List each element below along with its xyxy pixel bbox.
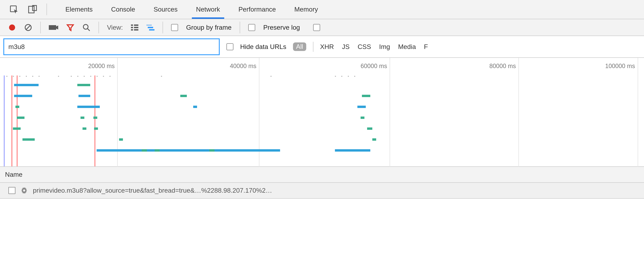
timeline-request-bar[interactable] <box>14 95 32 97</box>
timeline-body[interactable] <box>0 76 644 166</box>
column-header-name[interactable]: Name <box>5 171 22 178</box>
timeline-request-bar[interactable] <box>180 95 187 97</box>
timeline-top-tick <box>341 76 342 77</box>
svg-rect-16 <box>148 27 153 28</box>
timeline-request-bar[interactable] <box>367 128 372 130</box>
timeline-request-bar[interactable] <box>94 116 97 119</box>
hide-data-urls-label: Hide data URLs <box>240 43 286 50</box>
network-timeline[interactable]: 20000 ms40000 ms60000 ms80000 ms100000 m… <box>0 58 644 167</box>
tab-sources[interactable]: Sources <box>144 0 187 19</box>
svg-rect-12 <box>134 27 138 28</box>
filter-type-img[interactable]: Img <box>379 43 390 50</box>
preserve-log-label: Preserve log <box>263 24 300 31</box>
main-tab-strip: Elements Console Sources Network Perform… <box>56 0 327 19</box>
timeline-request-bar[interactable] <box>78 95 90 97</box>
timeline-request-bar[interactable] <box>77 106 100 108</box>
timeline-request-bar[interactable] <box>22 138 35 141</box>
device-toolbar-icon[interactable] <box>28 5 37 14</box>
toolbar-group-by-frame: Group by frame <box>171 24 232 31</box>
timeline-request-bar[interactable] <box>372 138 376 141</box>
timeline-request-bar[interactable] <box>13 128 21 130</box>
timeline-request-bar[interactable] <box>80 116 84 119</box>
network-toolbar: View: Group by frame Preserve log <box>0 19 644 36</box>
tab-performance[interactable]: Performance <box>229 0 285 19</box>
record-button[interactable] <box>8 24 16 32</box>
separator <box>40 22 41 33</box>
separator <box>162 22 163 33</box>
timeline-request-bar[interactable] <box>96 149 280 152</box>
load-event-line <box>94 76 95 166</box>
request-name: primevideo.m3u8?allow_source=true&fast_b… <box>33 187 272 194</box>
type-filter-group: XHR JS CSS Img Media F <box>320 43 428 50</box>
timeline-ruler: 20000 ms40000 ms60000 ms80000 ms100000 m… <box>0 58 644 76</box>
filter-type-css[interactable]: CSS <box>358 43 371 50</box>
tab-console[interactable]: Console <box>102 0 144 19</box>
devtools-top-tabs: Elements Console Sources Network Perform… <box>0 0 644 19</box>
svg-point-3 <box>9 24 15 30</box>
timeline-request-bar[interactable] <box>14 84 38 86</box>
filter-type-media[interactable]: Media <box>398 43 416 50</box>
separator <box>46 4 47 15</box>
filter-type-xhr[interactable]: XHR <box>320 43 334 50</box>
timeline-request-bar[interactable] <box>142 149 147 152</box>
filter-type-more[interactable]: F <box>424 43 428 50</box>
timeline-top-tick <box>32 76 33 77</box>
trailing-checkbox[interactable] <box>313 24 320 31</box>
timeline-top-tick <box>90 76 91 77</box>
timeline-request-bar[interactable] <box>16 106 19 108</box>
screenshot-icon[interactable] <box>49 24 58 31</box>
tab-memory[interactable]: Memory <box>285 0 327 19</box>
timeline-request-bar[interactable] <box>360 116 364 119</box>
filter-input[interactable] <box>3 38 220 55</box>
filter-all-pill[interactable]: All <box>293 42 306 51</box>
svg-line-5 <box>26 25 30 30</box>
timeline-top-tick <box>13 76 14 77</box>
svg-rect-10 <box>134 24 138 26</box>
timeline-request-bar[interactable] <box>94 128 98 130</box>
timeline-top-tick <box>19 76 20 77</box>
timeline-top-tick <box>354 76 355 77</box>
timeline-request-bar[interactable] <box>358 106 366 108</box>
timeline-top-tick <box>110 76 110 77</box>
toolbar-group-capture <box>49 24 90 32</box>
tab-network[interactable]: Network <box>187 0 229 19</box>
timeline-request-bar[interactable] <box>362 95 370 97</box>
timeline-request-bar[interactable] <box>17 116 24 119</box>
svg-rect-15 <box>146 24 152 26</box>
svg-point-19 <box>23 190 25 192</box>
svg-line-8 <box>88 28 90 31</box>
timeline-top-tick <box>84 76 85 77</box>
timeline-tick-label: 40000 ms <box>230 62 259 70</box>
large-rows-icon[interactable] <box>131 24 138 30</box>
svg-point-7 <box>83 24 88 29</box>
separator <box>313 42 314 52</box>
timeline-tick-label: 60000 ms <box>360 62 390 70</box>
timeline-top-tick <box>96 76 98 77</box>
search-icon[interactable] <box>82 24 90 32</box>
tab-elements[interactable]: Elements <box>56 0 102 19</box>
timeline-request-bar[interactable] <box>77 84 90 86</box>
load-event-line <box>17 76 18 166</box>
table-row[interactable]: primevideo.m3u8?allow_source=true&fast_b… <box>0 183 644 199</box>
timeline-request-bar[interactable] <box>209 149 214 152</box>
group-by-frame-checkbox[interactable] <box>171 24 178 31</box>
timeline-request-bar[interactable] <box>155 149 160 152</box>
filter-type-js[interactable]: JS <box>342 43 350 50</box>
hide-data-urls-checkbox[interactable] <box>226 43 234 50</box>
clear-button[interactable] <box>24 24 32 32</box>
timeline-request-bar[interactable] <box>193 106 197 108</box>
svg-rect-17 <box>149 29 154 30</box>
request-table-header[interactable]: Name <box>0 167 644 183</box>
row-checkbox[interactable] <box>8 187 16 194</box>
timeline-request-bar[interactable] <box>82 128 86 130</box>
view-label: View: <box>107 24 123 31</box>
group-by-frame-label: Group by frame <box>186 24 232 31</box>
inspect-element-icon[interactable] <box>9 5 18 14</box>
timeline-request-bar[interactable] <box>119 138 123 141</box>
svg-rect-11 <box>131 27 133 28</box>
timeline-request-bar[interactable] <box>335 149 370 152</box>
waterfall-view-icon[interactable] <box>146 24 154 30</box>
preserve-log-checkbox[interactable] <box>248 24 255 31</box>
timeline-top-tick <box>103 76 104 77</box>
filter-icon[interactable] <box>66 24 74 32</box>
